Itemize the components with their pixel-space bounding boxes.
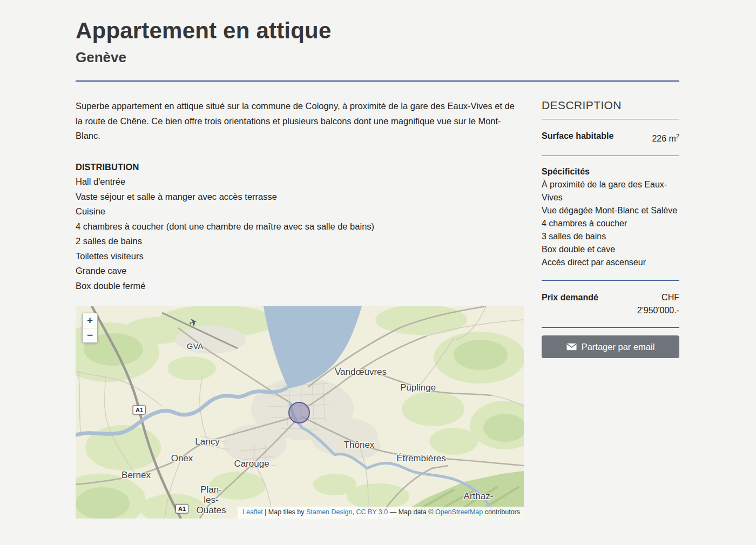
specs-heading: Spécificités (542, 165, 679, 178)
surface-number: 226 m (652, 134, 676, 143)
distribution-item: Toilettes visiteurs (76, 249, 524, 264)
spec-item: 4 chambres à coucher (542, 217, 679, 230)
map-label-etrembieres: Étrembières (396, 453, 446, 463)
map-attribution: Leaflet | Map tiles by Stamen Design, CC… (238, 507, 524, 519)
spec-item: Box double et cave (542, 243, 679, 256)
description-heading: DESCRIPTION (542, 99, 679, 112)
content-columns: Superbe appartement en attique situé sur… (76, 82, 679, 519)
surface-label: Surface habitable (542, 130, 613, 143)
surface-row: Surface habitable 226 m2 (542, 126, 679, 149)
map-label-carouge: Carouge (234, 459, 269, 469)
distribution-item: 2 salles de bains (76, 234, 524, 249)
map-label-thonex: Thônex (344, 440, 375, 450)
divider (542, 280, 679, 281)
map-label-bernex: Bernex (122, 470, 151, 480)
header: Appartement en attique Genève (76, 0, 679, 66)
price-value: CHF 2'950'000.- (619, 291, 679, 317)
price-label: Prix demandé (542, 291, 598, 304)
property-page: Appartement en attique Genève Superbe ap… (0, 0, 756, 545)
attribution-text: — Map data © (388, 508, 435, 516)
cc-by-link[interactable]: CC BY 3.0 (356, 508, 388, 516)
map-label-onex: Onex (171, 453, 193, 463)
spec-item: Vue dégagée Mont-Blanc et Salève (542, 204, 679, 217)
specs-block: Spécificités À proximité de la gare des … (542, 163, 679, 273)
distribution-item: 4 chambres à coucher (dont une chambre d… (76, 219, 524, 234)
distribution-item: Cuisine (76, 204, 524, 219)
map-label-puplinge: Puplinge (400, 382, 436, 393)
email-icon (566, 343, 577, 351)
distribution-item: Vaste séjour et salle à manger avec accè… (76, 190, 524, 205)
map[interactable]: ✈ GVA Vandœuvres Puplinge Lancy Onex Ber… (76, 306, 524, 519)
spec-item: À proximité de la gare des Eaux-Vives (542, 178, 679, 204)
leaflet-link[interactable]: Leaflet (242, 508, 263, 516)
spec-item: 3 salles de bains (542, 230, 679, 243)
page-title: Appartement en attique (76, 18, 679, 44)
price-row: Prix demandé CHF 2'950'000.- (542, 288, 679, 320)
share-email-label: Partager par email (582, 342, 655, 352)
distribution-item: Grande cave (76, 264, 524, 279)
map-marker[interactable] (289, 402, 309, 423)
map-label-gva: GVA (187, 341, 204, 351)
map-zoom-control: + − (82, 313, 98, 343)
property-description: Superbe appartement en attique situé sur… (76, 99, 524, 144)
divider (542, 327, 679, 328)
stamen-design-link[interactable]: Stamen Design (306, 508, 352, 516)
map-label-plan-les-ouates: Plan- les- Ouates (197, 485, 226, 515)
main-content: Superbe appartement en attique situé sur… (76, 99, 524, 519)
distribution-heading: DISTRIBUTION (76, 160, 524, 175)
openstreetmap-link[interactable]: OpenStreetMap (435, 508, 483, 516)
sidebar: DESCRIPTION Surface habitable 226 m2 Spé… (542, 99, 679, 519)
share-email-button[interactable]: Partager par email (542, 335, 679, 358)
surface-value: 226 m2 (652, 130, 679, 145)
divider (542, 156, 679, 156)
distribution-item: Box double fermé (76, 279, 524, 294)
page-subtitle: Genève (76, 49, 679, 66)
divider (542, 119, 679, 119)
map-label-vandoeuvres: Vandœuvres (335, 367, 387, 377)
spec-item: Accès direct par ascenseur (542, 256, 679, 269)
distribution-list: Hall d'entrée Vaste séjour et salle à ma… (76, 174, 524, 293)
road-badge-a1: A1 (176, 504, 188, 514)
zoom-out-button[interactable]: − (83, 328, 97, 342)
distribution-item: Hall d'entrée (76, 174, 524, 190)
attribution-text: | Map tiles by (263, 508, 306, 516)
attribution-text: contributors (483, 508, 520, 516)
map-label-arthaz: Arthaz- (464, 491, 494, 501)
map-label-lancy: Lancy (195, 436, 219, 447)
road-badge-a1: A1 (133, 406, 146, 415)
zoom-in-button[interactable]: + (83, 313, 97, 328)
surface-exponent: 2 (676, 133, 679, 139)
